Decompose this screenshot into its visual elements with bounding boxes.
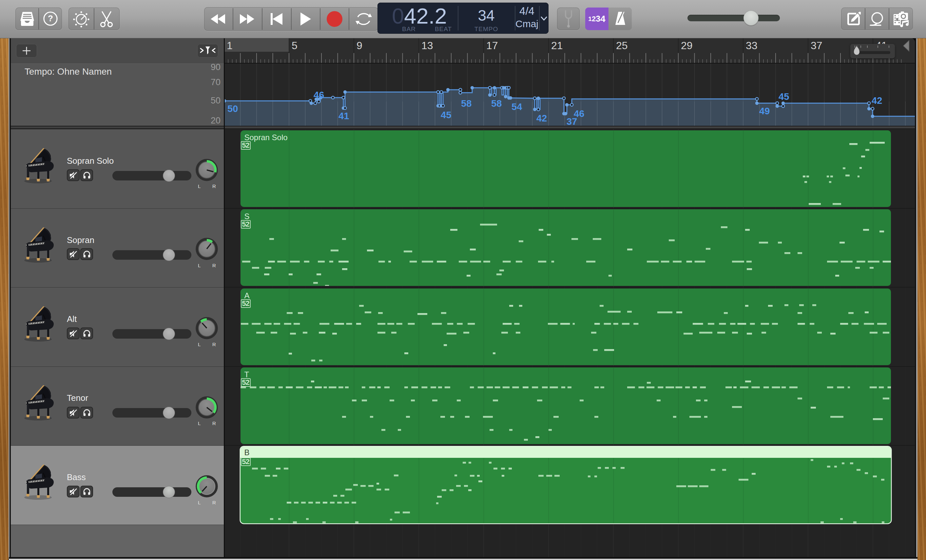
svg-text:58: 58 [461,98,472,109]
svg-text:46: 46 [574,109,584,119]
svg-text:58: 58 [491,98,502,109]
svg-text:37: 37 [811,40,822,51]
svg-text:41: 41 [339,111,349,121]
svg-text:50: 50 [227,104,238,114]
svg-text:1: 1 [227,40,233,51]
svg-text:42: 42 [536,113,547,124]
svg-text:5: 5 [292,40,298,51]
svg-text:29: 29 [681,40,693,51]
svg-text:17: 17 [486,40,498,51]
svg-text:13: 13 [421,40,433,51]
svg-text:?: ? [48,14,53,23]
svg-text:45: 45 [441,110,451,120]
svg-text:45: 45 [779,91,789,102]
svg-text:46: 46 [313,90,324,100]
svg-text:9: 9 [357,40,362,51]
svg-text:54: 54 [511,101,522,112]
svg-text:42: 42 [872,95,882,106]
svg-text:33: 33 [746,40,758,51]
svg-text:49: 49 [759,106,770,116]
svg-text:25: 25 [616,40,628,51]
svg-text:21: 21 [551,40,563,51]
